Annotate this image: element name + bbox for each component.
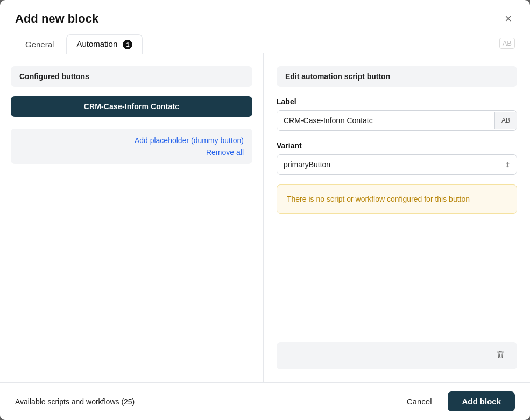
- label-input-row: AB: [277, 110, 517, 131]
- available-scripts-label: Available scripts and workflows (25): [15, 397, 135, 406]
- variant-field-label: Variant: [277, 141, 517, 150]
- label-field-label: Label: [277, 97, 517, 106]
- configured-buttons-header: Configured buttons: [11, 66, 252, 87]
- variant-select-wrapper: primaryButton secondaryButton dangerButt…: [277, 154, 517, 175]
- footer-buttons: Cancel Add block: [397, 391, 515, 411]
- add-placeholder-button[interactable]: Add placeholder (dummy button): [135, 136, 244, 145]
- add-block-button[interactable]: Add block: [448, 391, 515, 411]
- modal-footer: Available scripts and workflows (25) Can…: [0, 382, 530, 420]
- tab-general[interactable]: General: [15, 35, 64, 53]
- variant-select[interactable]: primaryButton secondaryButton dangerButt…: [277, 154, 517, 175]
- tabs-row: General Automation 1 AB: [0, 26, 530, 53]
- modal-overlay: Add new block × General Automation 1 AB …: [0, 0, 530, 420]
- modal-header: Add new block ×: [0, 0, 530, 26]
- delete-button[interactable]: [492, 348, 508, 363]
- right-panel: Edit automation script button Label AB V…: [264, 53, 530, 382]
- close-button[interactable]: ×: [501, 12, 515, 26]
- panels-row: Configured buttons CRM-Case-Inform Conta…: [0, 53, 530, 382]
- modal-content: Configured buttons CRM-Case-Inform Conta…: [0, 53, 530, 420]
- warning-box: There is no script or workflow configure…: [277, 184, 517, 214]
- label-input[interactable]: [277, 111, 494, 130]
- edit-script-header: Edit automation script button: [277, 66, 517, 87]
- configured-button[interactable]: CRM-Case-Inform Contatc: [11, 96, 252, 117]
- tab-automation[interactable]: Automation 1: [66, 34, 143, 54]
- left-panel: Configured buttons CRM-Case-Inform Conta…: [0, 53, 264, 382]
- delete-row: [277, 342, 517, 369]
- tabs-ab-icon: AB: [499, 38, 515, 49]
- link-actions-box: Add placeholder (dummy button) Remove al…: [11, 129, 252, 164]
- remove-all-button[interactable]: Remove all: [206, 148, 244, 156]
- modal: Add new block × General Automation 1 AB …: [0, 0, 530, 420]
- label-ab-button[interactable]: AB: [494, 112, 517, 129]
- modal-title: Add new block: [15, 12, 98, 26]
- cancel-button[interactable]: Cancel: [397, 391, 442, 411]
- automation-tab-badge: 1: [123, 40, 132, 49]
- trash-icon: [496, 350, 505, 359]
